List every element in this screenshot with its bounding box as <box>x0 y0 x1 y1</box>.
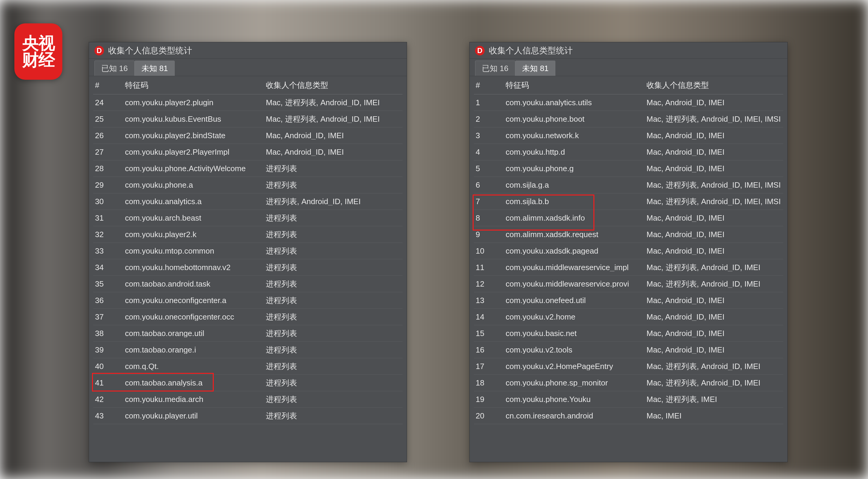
row-code: com.youku.arch.beast <box>125 214 266 222</box>
tab-known[interactable]: 已知 16 <box>475 61 515 76</box>
row-info: 进程列表 <box>266 264 401 271</box>
row-code: com.sijla.b.b <box>506 198 647 205</box>
table-header: # 特征码 收集人个信息类型 <box>474 76 783 94</box>
table-left: # 特征码 收集人个信息类型 24com.youku.player2.plugi… <box>89 76 407 426</box>
hdr-info[interactable]: 收集人个信息类型 <box>647 81 781 89</box>
row-num: 20 <box>474 412 506 420</box>
row-code: com.youku.onefeed.util <box>506 296 647 304</box>
table-row[interactable]: 4com.youku.http.dMac, Android_ID, IMEI <box>474 144 783 160</box>
hdr-num[interactable]: # <box>474 81 506 89</box>
table-row[interactable]: 13com.youku.onefeed.utilMac, Android_ID,… <box>474 292 783 309</box>
row-num: 28 <box>93 164 125 172</box>
row-info: Mac, 进程列表, Android_ID, IMEI, IMSI <box>647 198 781 205</box>
table-row[interactable]: 34com.youku.homebottomnav.v2进程列表 <box>93 259 403 276</box>
row-info: Mac, Android_ID, IMEI <box>647 214 781 222</box>
table-row[interactable]: 18com.youku.phone.sp_monitorMac, 进程列表, A… <box>474 375 783 391</box>
table-row[interactable]: 41com.taobao.analysis.a进程列表 <box>93 375 403 391</box>
row-code: com.youku.mtop.common <box>125 247 266 255</box>
row-info: 进程列表 <box>266 296 401 304</box>
hdr-num[interactable]: # <box>93 81 125 89</box>
table-row[interactable]: 42com.youku.media.arch进程列表 <box>93 391 403 408</box>
row-num: 14 <box>474 313 506 321</box>
panel-right: D 收集个人信息类型统计 已知 16 未知 81 # 特征码 收集人个信息类型 … <box>469 42 788 462</box>
hdr-info[interactable]: 收集人个信息类型 <box>266 81 401 89</box>
row-code: com.youku.middlewareservice.provi <box>506 280 647 288</box>
row-info: Mac, 进程列表, Android_ID, IMEI, IMSI <box>647 115 781 123</box>
row-info: Mac, 进程列表, Android_ID, IMEI <box>647 362 781 370</box>
table-row[interactable]: 25com.youku.kubus.EventBusMac, 进程列表, And… <box>93 111 403 127</box>
table-row[interactable]: 38com.taobao.orange.util进程列表 <box>93 325 403 342</box>
row-info: 进程列表 <box>266 346 401 354</box>
row-info: 进程列表 <box>266 395 401 403</box>
row-num: 31 <box>93 214 125 222</box>
table-row[interactable]: 33com.youku.mtop.common进程列表 <box>93 243 403 259</box>
table-row[interactable]: 43com.youku.player.util进程列表 <box>93 408 403 424</box>
row-info: Mac, Android_ID, IMEI <box>647 131 781 139</box>
hdr-code[interactable]: 特征码 <box>506 81 647 89</box>
table-row[interactable]: 16com.youku.v2.toolsMac, Android_ID, IME… <box>474 342 783 358</box>
hdr-code[interactable]: 特征码 <box>125 81 266 89</box>
table-row[interactable]: 6com.sijla.g.aMac, 进程列表, Android_ID, IME… <box>474 177 783 193</box>
table-row[interactable]: 39com.taobao.orange.i进程列表 <box>93 342 403 358</box>
table-row[interactable]: 9com.alimm.xadsdk.requestMac, Android_ID… <box>474 226 783 243</box>
row-code: com.youku.basic.net <box>506 329 647 337</box>
tab-unknown[interactable]: 未知 81 <box>134 61 175 76</box>
row-num: 35 <box>93 280 125 288</box>
row-num: 32 <box>93 231 125 238</box>
table-row[interactable]: 29com.youku.phone.a进程列表 <box>93 177 403 193</box>
row-num: 34 <box>93 264 125 271</box>
row-num: 38 <box>93 329 125 337</box>
table-row[interactable]: 8com.alimm.xadsdk.infoMac, Android_ID, I… <box>474 210 783 226</box>
row-num: 30 <box>93 198 125 205</box>
table-row[interactable]: 2com.youku.phone.bootMac, 进程列表, Android_… <box>474 111 783 127</box>
table-row[interactable]: 11com.youku.middlewareservice_implMac, 进… <box>474 259 783 276</box>
row-code: com.youku.phone.sp_monitor <box>506 379 647 387</box>
table-row[interactable]: 30com.youku.analytics.a进程列表, Android_ID,… <box>93 193 403 210</box>
row-num: 12 <box>474 280 506 288</box>
row-num: 33 <box>93 247 125 255</box>
table-row[interactable]: 37com.youku.oneconfigcenter.occ进程列表 <box>93 309 403 325</box>
table-row[interactable]: 26com.youku.player2.bindStateMac, Androi… <box>93 127 403 144</box>
row-code: com.taobao.android.task <box>125 280 266 288</box>
table-row[interactable]: 15com.youku.basic.netMac, Android_ID, IM… <box>474 325 783 342</box>
table-row[interactable]: 40com.q.Qt.进程列表 <box>93 358 403 375</box>
table-row[interactable]: 17com.youku.v2.HomePageEntryMac, 进程列表, A… <box>474 358 783 375</box>
row-info: 进程列表 <box>266 231 401 238</box>
table-row[interactable]: 19com.youku.phone.YoukuMac, 进程列表, IMEI <box>474 391 783 408</box>
table-row[interactable]: 10com.youku.xadsdk.pageadMac, Android_ID… <box>474 243 783 259</box>
table-row[interactable]: 14com.youku.v2.homeMac, Android_ID, IMEI <box>474 309 783 325</box>
table-row[interactable]: 32com.youku.player2.k进程列表 <box>93 226 403 243</box>
row-code: com.youku.media.arch <box>125 395 266 403</box>
tabs: 已知 16 未知 81 <box>89 59 407 76</box>
panel-left: D 收集个人信息类型统计 已知 16 未知 81 # 特征码 收集人个信息类型 … <box>89 42 407 462</box>
tab-known[interactable]: 已知 16 <box>94 61 134 76</box>
table-row[interactable]: 35com.taobao.android.task进程列表 <box>93 276 403 292</box>
table-row[interactable]: 12com.youku.middlewareservice.proviMac, … <box>474 276 783 292</box>
row-num: 36 <box>93 296 125 304</box>
row-code: com.youku.http.d <box>506 148 647 156</box>
table-row[interactable]: 5com.youku.phone.gMac, Android_ID, IMEI <box>474 160 783 177</box>
table-row[interactable]: 27com.youku.player2.PlayerImplMac, Andro… <box>93 144 403 160</box>
row-code: com.taobao.orange.i <box>125 346 266 354</box>
table-row[interactable]: 1com.youku.analytics.utilsMac, Android_I… <box>474 94 783 111</box>
row-code: com.taobao.orange.util <box>125 329 266 337</box>
table-row[interactable]: 36com.youku.oneconfigcenter.a进程列表 <box>93 292 403 309</box>
table-row[interactable]: 20cn.com.iresearch.androidMac, IMEI <box>474 408 783 424</box>
row-info: Mac, 进程列表, Android_ID, IMEI, IMSI <box>647 181 781 189</box>
table-row[interactable]: 28com.youku.phone.ActivityWelcome进程列表 <box>93 160 403 177</box>
table-row[interactable]: 31com.youku.arch.beast进程列表 <box>93 210 403 226</box>
table-row[interactable]: 7com.sijla.b.bMac, 进程列表, Android_ID, IME… <box>474 193 783 210</box>
table-header: # 特征码 收集人个信息类型 <box>93 76 403 94</box>
row-code: com.youku.v2.HomePageEntry <box>506 362 647 370</box>
row-num: 6 <box>474 181 506 189</box>
row-code: com.youku.xadsdk.pagead <box>506 247 647 255</box>
row-code: com.taobao.analysis.a <box>125 379 266 387</box>
row-info: Mac, Android_ID, IMEI <box>647 99 781 107</box>
cctv-finance-logo: 央视 财经 <box>14 23 62 80</box>
row-num: 17 <box>474 362 506 370</box>
tab-unknown[interactable]: 未知 81 <box>515 61 555 76</box>
row-num: 39 <box>93 346 125 354</box>
table-row[interactable]: 24com.youku.player2.pluginMac, 进程列表, And… <box>93 94 403 111</box>
table-row[interactable]: 3com.youku.network.kMac, Android_ID, IME… <box>474 127 783 144</box>
row-info: Mac, Android_ID, IMEI <box>266 131 401 139</box>
